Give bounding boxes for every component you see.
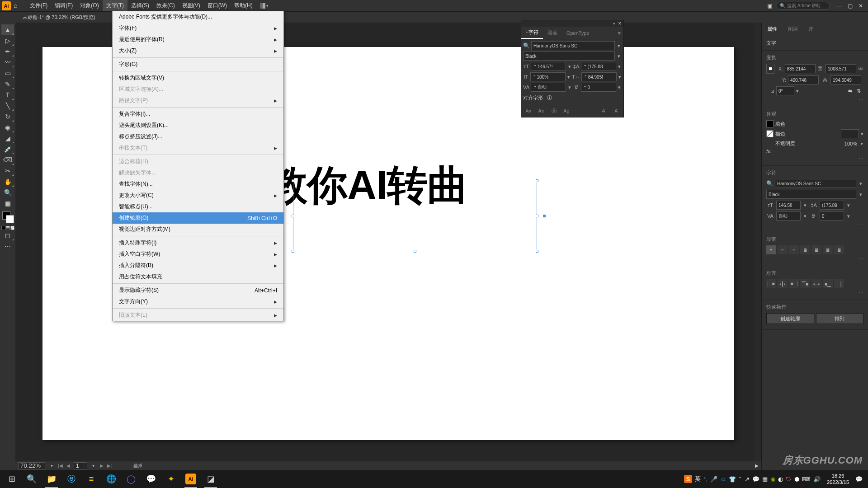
tray-app-icon-4[interactable]: ⬢ — [794, 476, 799, 483]
transform-more-icon[interactable]: ⋯ — [766, 97, 863, 103]
tray-security-icon[interactable]: 🛡 — [786, 476, 792, 483]
curvature-tool[interactable]: 〰 — [1, 57, 14, 68]
menu-item[interactable]: 插入分隔符(B)▶ — [113, 260, 283, 271]
close-button[interactable]: ✕ — [855, 2, 866, 10]
glyph-btn-1[interactable]: Ax — [523, 106, 534, 115]
rotate-input[interactable] — [776, 86, 794, 95]
maximize-button[interactable]: ▢ — [844, 2, 855, 10]
menu-item[interactable]: Adobe Fonts 提供更多字体与功能(D)... — [113, 11, 283, 23]
tray-volume-icon[interactable]: 🔊 — [813, 476, 821, 483]
align-left[interactable]: ⎸■ — [766, 279, 776, 288]
type-tool[interactable]: T — [1, 89, 14, 100]
home-icon[interactable]: ⌂ — [14, 2, 22, 10]
stroke-color-swatch[interactable] — [6, 215, 14, 223]
tray-app-icon-3[interactable]: ◐ — [778, 476, 783, 483]
status-arrow-icon[interactable]: ▶ — [755, 463, 759, 468]
rp-weight-dd-icon[interactable]: ▾ — [858, 192, 863, 197]
menu-item[interactable]: 避头尾法则设置(K)... — [113, 120, 283, 131]
cp-vscale-dd-icon[interactable]: ▾ — [567, 74, 571, 80]
selection-tool[interactable]: ▲ — [1, 24, 14, 35]
menu-item[interactable]: 查找字体(N)... — [113, 178, 283, 190]
para-align-right[interactable]: ≡ — [789, 245, 799, 254]
tab-layers[interactable]: 图层 — [783, 23, 803, 36]
menu-item[interactable]: 插入空白字符(W)▶ — [113, 249, 283, 260]
menu-item[interactable]: 用占位符文本填充 — [113, 271, 283, 282]
cp-leading-dd-icon[interactable]: ▾ — [618, 64, 622, 70]
paintbrush-tool[interactable]: ✎ — [1, 79, 14, 89]
link-wh-icon[interactable]: ⚮ — [858, 65, 863, 72]
nav-next-icon[interactable]: ▶ — [100, 463, 104, 468]
taskbar-chrome[interactable]: 🌐 — [101, 470, 121, 488]
tray-wechat-icon[interactable]: 💬 — [752, 476, 760, 483]
rp-font-dd-icon[interactable]: ▾ — [858, 181, 863, 187]
zoom-tool[interactable]: 🔍 — [1, 187, 14, 198]
tray-app-icon-1[interactable]: ↗ — [745, 476, 750, 483]
align-more-icon[interactable]: ⋯ — [766, 290, 863, 296]
rotate-dropdown-icon[interactable]: ▾ — [796, 88, 799, 94]
tray-ime-mic-icon[interactable]: 🎤 — [710, 476, 717, 483]
align-hcenter[interactable]: ▪┃▪ — [778, 279, 788, 288]
rp-font-input[interactable] — [775, 179, 856, 188]
cp-font-dd-icon[interactable]: ▾ — [616, 43, 622, 49]
align-bottom[interactable]: ■▁ — [823, 279, 833, 288]
fx-label[interactable]: fx. — [766, 149, 772, 154]
taskbar-app2[interactable]: ◯ — [121, 470, 141, 488]
menu-item[interactable]: 插入特殊字符(I)▶ — [113, 237, 283, 249]
transform-x-input[interactable] — [785, 64, 816, 73]
para-justify-left[interactable]: ≣ — [800, 245, 810, 254]
reference-point-icon[interactable] — [766, 64, 774, 74]
glyph-btn-3[interactable]: Ⓐ — [548, 106, 559, 115]
taskbar-explorer[interactable]: 📁 — [42, 470, 61, 488]
rp-tracking-input[interactable] — [820, 211, 844, 221]
flip-h-icon[interactable]: ⇋ — [848, 88, 852, 94]
menu-item[interactable]: 复合字体(I)... — [113, 108, 283, 120]
minimize-button[interactable]: — — [834, 2, 844, 10]
zoom-input[interactable] — [18, 462, 45, 469]
cp-vscale-input[interactable]: ⌃100% — [530, 72, 566, 81]
menu-select[interactable]: 选择(S) — [127, 0, 153, 11]
tab-paragraph[interactable]: 段落 — [543, 27, 562, 38]
cp-size-dd-icon[interactable]: ▾ — [567, 64, 571, 70]
eraser-tool[interactable]: ⌫ — [1, 155, 14, 165]
rotate-tool[interactable]: ↻ — [1, 111, 14, 122]
menu-item[interactable]: 更改大小写(C)▶ — [113, 190, 283, 201]
mini-swatch-color[interactable] — [1, 226, 5, 230]
anchor-point[interactable] — [543, 215, 546, 217]
taskbar-clock[interactable]: 18:26 2022/3/15 — [823, 473, 853, 486]
para-align-center[interactable]: ≡ — [778, 245, 788, 254]
doc-cloud-icon[interactable]: ▣ — [767, 3, 772, 9]
tab-opentype[interactable]: OpenType — [562, 28, 594, 38]
stroke-dropdown-icon[interactable]: ▾ — [861, 131, 863, 137]
cp-weight-dd-icon[interactable]: ▾ — [616, 53, 622, 59]
menu-item[interactable]: 文字方向(Y)▶ — [113, 296, 283, 307]
para-justify-center[interactable]: ≣ — [811, 245, 821, 254]
taskbar-edge[interactable]: ⓔ — [61, 470, 81, 488]
eyedropper-tool[interactable]: 💉 — [1, 144, 14, 155]
menu-edit[interactable]: 编辑(E) — [51, 0, 76, 11]
opacity-value[interactable]: 100% — [844, 141, 857, 146]
mini-swatch-none[interactable] — [10, 226, 14, 230]
menu-item[interactable]: 字形(G) — [113, 59, 283, 70]
menu-item[interactable]: 视觉边距对齐方式(M) — [113, 224, 283, 235]
artboard-tool[interactable]: ▦ — [1, 198, 14, 209]
tab-libraries[interactable]: 库 — [803, 23, 819, 36]
transform-w-input[interactable] — [826, 64, 856, 73]
align-right[interactable]: ■⎹ — [789, 279, 799, 288]
menu-item[interactable]: 大小(Z)▶ — [113, 45, 283, 56]
document-tab[interactable]: 未标题-1* @ 70.22% (RGB/预览) — [18, 13, 100, 22]
cp-tracking-input[interactable]: ⌃0 — [581, 83, 616, 92]
menu-object[interactable]: 对象(O) — [76, 0, 102, 11]
cp-weight-input[interactable]: Black — [523, 52, 615, 61]
panel-collapse-icon[interactable]: « — [613, 21, 615, 26]
tray-ime-emoji-icon[interactable]: ☺ — [720, 476, 726, 483]
cp-search-icon[interactable]: 🔍 — [523, 42, 530, 49]
fill-swatch[interactable] — [766, 120, 774, 127]
opacity-arrow-icon[interactable]: ▸ — [861, 141, 863, 146]
search-input[interactable]: 🔍搜索 Adobe 帮助 — [776, 2, 830, 10]
align-vcenter[interactable]: ▪─▪ — [811, 279, 821, 288]
para-more-icon[interactable]: ⋯ — [766, 256, 863, 262]
pen-tool[interactable]: ✒ — [1, 46, 14, 57]
artboard-dd-icon[interactable]: ▾ — [91, 463, 96, 468]
taskbar-app4[interactable]: ◪ — [201, 470, 221, 488]
rectangle-tool[interactable]: ▭ — [1, 68, 14, 79]
